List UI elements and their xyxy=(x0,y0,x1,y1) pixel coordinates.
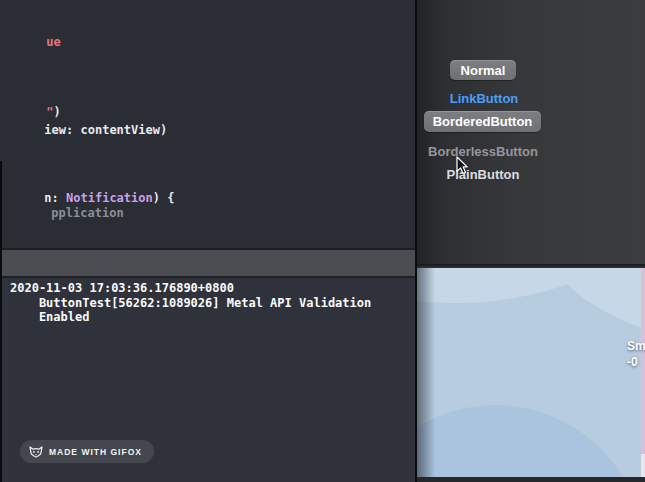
gifox-fox-icon xyxy=(29,446,43,458)
mouse-cursor xyxy=(456,156,468,176)
code-token-plain: ) { xyxy=(153,191,175,205)
console-pane[interactable]: 2020-11-03 17:03:36.176890+0800 ButtonTe… xyxy=(0,278,415,482)
code-line: ue xyxy=(3,21,61,63)
buttontest-preview-window: Normal LinkButton BorderedButton Borderl… xyxy=(417,0,645,266)
link-button[interactable]: LinkButton xyxy=(446,90,522,106)
gifox-badge: MADE WITH GIFOX xyxy=(20,440,154,463)
background-app-window: Sm -0 xyxy=(417,268,645,477)
code-editor[interactable]: ue ") iew: contentView) n: Notification)… xyxy=(0,0,415,250)
screen: ue ") iew: contentView) n: Notification)… xyxy=(0,0,645,482)
bordered-button[interactable]: BorderedButton xyxy=(424,111,541,132)
clipped-map-label-line: Sm xyxy=(627,339,645,355)
window-left-edge xyxy=(0,161,2,482)
bottom-edge-strip xyxy=(417,477,645,482)
normal-button[interactable]: Normal xyxy=(450,60,516,80)
code-line: pplication xyxy=(8,192,124,234)
clipped-map-label-line: -0 xyxy=(627,355,645,371)
code-token-plain: iew: contentView) xyxy=(44,123,167,137)
code-token-red: ue xyxy=(46,35,60,49)
window-edge-shadow xyxy=(417,268,435,477)
code-line: iew: contentView) xyxy=(1,109,167,151)
gifox-badge-label: MADE WITH GIFOX xyxy=(49,447,142,457)
console-log: 2020-11-03 17:03:36.176890+0800 ButtonTe… xyxy=(10,281,371,325)
borderless-button[interactable]: BorderlessButton xyxy=(418,143,548,159)
clipped-map-label: Sm -0 xyxy=(627,339,645,370)
code-token-comment: pplication xyxy=(51,206,123,220)
pink-edge-strip-bottom xyxy=(641,454,645,477)
blue-circle-shape xyxy=(417,405,645,477)
debug-toolbar xyxy=(0,248,415,278)
